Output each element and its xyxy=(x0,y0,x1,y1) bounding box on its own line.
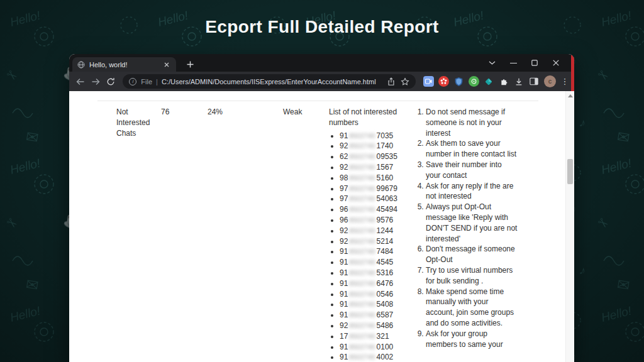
back-icon[interactable] xyxy=(74,75,87,89)
redacted-digits xyxy=(349,289,375,299)
redacted-digits xyxy=(349,141,375,151)
browser-tab[interactable]: Hello, world! xyxy=(72,57,176,72)
phone-number-item: 915408 xyxy=(340,299,416,310)
tip-item: Do not send message if someone is not in… xyxy=(426,107,518,138)
share-icon[interactable] xyxy=(387,77,396,86)
browser-window: Hello, world! xyxy=(69,54,574,362)
redacted-digits xyxy=(349,152,375,162)
diamond-extension-icon[interactable] xyxy=(484,76,494,87)
downloads-icon[interactable] xyxy=(514,76,525,87)
phone-number-item: 969576 xyxy=(340,215,416,226)
page-scrollbar[interactable] xyxy=(565,91,574,362)
tip-item: Ask for any reply if the are not interes… xyxy=(426,181,518,202)
report-strength: Weak xyxy=(283,107,302,118)
idm-extension-icon[interactable] xyxy=(438,76,449,87)
forward-icon[interactable] xyxy=(89,75,103,89)
bookmark-star-icon[interactable] xyxy=(401,77,409,86)
url-scheme-label: File xyxy=(141,78,152,85)
redacted-digits xyxy=(349,353,375,362)
numbers-header: List of not interested numbers xyxy=(329,107,416,128)
redacted-digits xyxy=(349,184,375,194)
phone-number-item: 921567 xyxy=(340,162,416,173)
phone-number-item: 925214 xyxy=(340,236,416,247)
tip-item: Make spend some time manually with your … xyxy=(426,287,518,329)
phone-number-item: 910100 xyxy=(340,342,416,353)
window-minimize-icon[interactable] xyxy=(509,58,518,67)
side-panel-icon[interactable] xyxy=(529,76,540,87)
redacted-digits xyxy=(349,131,375,141)
phone-number-item: 917484 xyxy=(340,246,416,257)
extension-cluster: c ⋮ xyxy=(423,75,569,87)
tip-item: Save their number into your contact xyxy=(426,160,518,181)
phone-number-item: 914545 xyxy=(340,257,416,268)
scrollbar-thumb[interactable] xyxy=(567,159,573,184)
window-maximize-icon[interactable] xyxy=(530,58,539,67)
window-menu-chevron-icon[interactable] xyxy=(487,58,496,67)
globe-favicon xyxy=(77,61,85,69)
redacted-digits xyxy=(349,342,375,352)
tip-item: Try to use virtual numbers for bulk send… xyxy=(426,265,518,287)
url-divider: | xyxy=(156,78,158,85)
window-close-icon[interactable] xyxy=(552,58,560,67)
scrollbar-up-arrow-icon[interactable] xyxy=(568,94,573,97)
phone-number-item: 915316 xyxy=(340,268,416,278)
phone-number-item: 916587 xyxy=(340,310,416,321)
report-count: 76 xyxy=(161,107,169,118)
numbers-list: 917035 921740 6209535 921567 985160 9799… xyxy=(329,131,416,362)
reload-icon[interactable] xyxy=(104,75,118,89)
redacted-digits xyxy=(349,194,375,204)
new-tab-button[interactable] xyxy=(184,58,197,71)
tip-item: Ask for your group members to same your xyxy=(426,329,518,350)
profile-avatar[interactable]: c xyxy=(544,75,556,87)
video-extension-icon[interactable] xyxy=(423,76,434,87)
table-row-divider xyxy=(97,101,538,101)
tip-item: Always put Opt-Out message like 'Reply w… xyxy=(426,202,518,244)
phone-number-item: 916476 xyxy=(340,278,416,289)
redacted-digits xyxy=(349,258,375,268)
phone-number-item: 17321 xyxy=(340,331,416,342)
redacted-digits xyxy=(349,331,375,341)
recording-edge-strip xyxy=(571,54,574,91)
phone-number-item: 914002 xyxy=(340,352,416,362)
phone-number-item: 6209535 xyxy=(340,151,416,162)
phone-number-item: 921244 xyxy=(340,226,416,236)
tip-item: Ask them to save your number in there co… xyxy=(426,138,518,160)
page-title: Ecport Full Detailed Report xyxy=(0,17,644,37)
redacted-digits xyxy=(349,162,375,172)
tips-list: Do not send message if someone is not in… xyxy=(416,107,518,349)
redacted-digits xyxy=(349,226,375,236)
redacted-digits xyxy=(349,215,375,225)
redacted-digits xyxy=(349,236,375,246)
url-text: C:/Users/ADMIN/Documents/IISExpress/Ente… xyxy=(162,78,383,85)
address-bar[interactable]: i File | C:/Users/ADMIN/Documents/IISExp… xyxy=(123,74,416,89)
phone-number-item: 925486 xyxy=(340,321,416,331)
redacted-digits xyxy=(349,278,375,288)
redacted-digits xyxy=(349,310,375,321)
phone-number-item: 9754063 xyxy=(340,194,416,204)
report-category: Not Interested Chats xyxy=(116,107,159,138)
report-percent: 24% xyxy=(208,107,223,118)
redacted-digits xyxy=(349,173,375,183)
phone-number-item: 910546 xyxy=(340,289,416,300)
shield-extension-icon[interactable] xyxy=(453,76,464,87)
webpage-content: Not Interested Chats 76 24% Weak List of… xyxy=(69,91,574,362)
browser-menu-icon[interactable]: ⋮ xyxy=(560,77,569,86)
tab-title: Hello, world! xyxy=(89,61,162,69)
window-controls xyxy=(487,54,560,72)
phone-number-item: 985160 xyxy=(340,173,416,184)
tab-strip: Hello, world! xyxy=(69,54,574,72)
numbers-column: List of not interested numbers 917035 92… xyxy=(329,107,416,362)
phone-number-item: 921740 xyxy=(340,141,416,151)
redacted-digits xyxy=(349,268,375,278)
tab-close-icon[interactable] xyxy=(162,60,171,69)
extensions-puzzle-icon[interactable] xyxy=(499,76,509,87)
tips-column: Do not send message if someone is not in… xyxy=(416,107,518,349)
browser-toolbar: i File | C:/Users/ADMIN/Documents/IISExp… xyxy=(69,72,574,91)
page-info-icon[interactable]: i xyxy=(129,78,136,85)
redacted-digits xyxy=(349,247,375,257)
redacted-digits xyxy=(349,321,375,331)
tip-item: Don't message if someone Opt-Out xyxy=(426,244,518,265)
redacted-digits xyxy=(349,300,375,310)
green-extension-icon[interactable] xyxy=(469,76,479,87)
redacted-digits xyxy=(349,205,375,215)
